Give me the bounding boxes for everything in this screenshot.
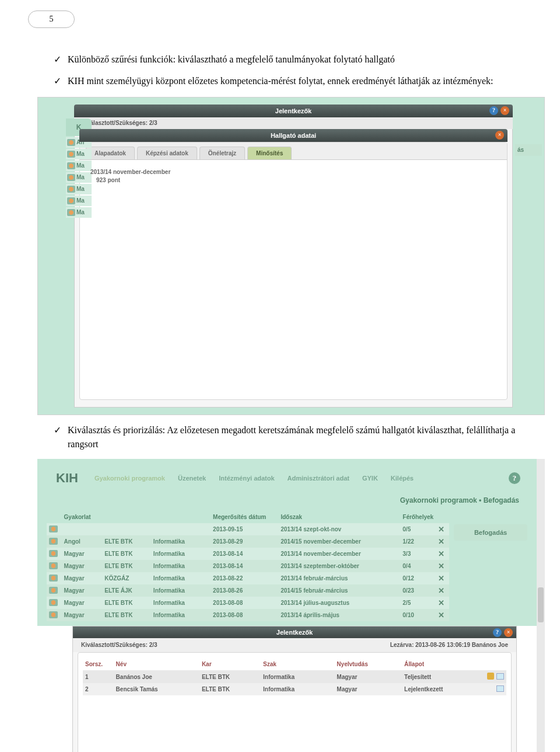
cell-inst: ELTE BTK [102,609,151,621]
cell-date: 2013-08-08 [211,609,278,621]
close-icon[interactable]: × [504,628,513,637]
help-icon[interactable]: ? [509,472,520,484]
th-ferohelyek[interactable]: Férőhelyek [400,510,433,523]
cell-actions [475,670,506,683]
bg-right-fragment: ás [515,144,542,156]
tab-minosites[interactable]: Minősítés [247,147,292,159]
cell-capacity: 2/5 [400,597,433,609]
cell-capacity: 0/5 [400,523,433,535]
jth-szak[interactable]: Szak [261,657,334,670]
scrollbar[interactable] [537,459,545,752]
cell-capacity: 3/3 [400,548,433,560]
cell-szak: Informatika [151,548,211,560]
tab-content-minosites: 2013/14 november-december 923 pont [80,160,507,399]
checkmark-icon: ✓ [54,53,68,67]
cell-capacity: 1/22 [400,535,433,548]
nav-gyik[interactable]: GYIK [362,475,378,482]
cell-szak: Informatika [261,670,334,683]
table-row[interactable]: 2013-09-152013/14 szept-okt-nov0/5✕ [47,523,449,535]
help-icon[interactable]: ? [489,106,498,115]
cell-lang: Magyar [62,609,103,621]
table-row[interactable]: MagyarELTE BTKInformatika2013-08-142013/… [47,548,449,560]
table-row[interactable]: MagyarELTE BTKInformatika2013-08-142013/… [47,560,449,572]
nav-intezmenyi-adatok[interactable]: Intézményi adatok [219,475,274,482]
table-row[interactable]: MagyarKÖZGÁZInformatika2013-08-222013/14… [47,572,449,584]
cell-nev: Banános Joe [114,670,200,683]
delete-icon[interactable]: ✕ [433,609,449,621]
cell-date: 2013-08-08 [211,597,278,609]
outer-modal-title: Jelentkezők ? × [74,105,513,117]
scrollbar-thumb[interactable] [538,587,544,622]
table-row[interactable]: AngolELTE BTKInformatika2013-08-292014/1… [47,535,449,548]
tab-alapadatok[interactable]: Alapadatok [86,147,135,159]
cell-inst: ELTE BTK [102,597,151,609]
doc-icon [67,174,75,181]
cell-lang: Angol [62,535,103,548]
doc-icon [49,562,58,569]
cell-lang [62,523,103,535]
cell-date: 2013-08-14 [211,548,278,560]
jth-allapot[interactable]: Állapot [402,657,475,670]
cell-szak: Informatika [151,535,211,548]
nav-adminisztratori-adat[interactable]: Adminisztrátori adat [288,475,349,482]
doc-icon [67,209,75,216]
tab-kepzesi-adatok[interactable]: Képzési adatok [137,147,197,159]
cell-inst [102,523,151,535]
cell-inst: ELTE BTK [102,535,151,548]
cell-inst: ELTE BTK [102,548,151,560]
doc-icon [67,162,75,169]
cell-inst: KÖZGÁZ [102,572,151,584]
table-row[interactable]: 2Bencsik TamásELTE BTKInformatikaMagyarL… [83,683,506,695]
delete-icon[interactable]: ✕ [433,597,449,609]
cell-szak: Informatika [151,597,211,609]
befogadas-button[interactable]: Befogadás [454,524,527,541]
nav-kilepes[interactable]: Kilépés [391,475,414,482]
cell-period: 2014/15 február-március [278,584,400,597]
delete-icon[interactable]: ✕ [433,523,449,535]
jth-sorsz[interactable]: Sorsz. [83,657,114,670]
programs-table: Gyakorlat Megerősítés dátum Időszak Férő… [47,510,449,621]
jth-nyelvtudas[interactable]: Nyelvtudás [334,657,402,670]
delete-icon[interactable]: ✕ [433,584,449,597]
detail-icon[interactable] [496,685,504,692]
jth-kar[interactable]: Kar [200,657,261,670]
brand: KIH [43,471,94,486]
jelentkezok-title: Jelentkezők ? × [73,626,516,638]
jelentkezok-table: Sorsz. Név Kar Szak Nyelvtudás Állapot 1… [83,657,506,695]
table-row[interactable]: MagyarELTE ÁJKInformatika2013-08-262014/… [47,584,449,597]
close-icon[interactable]: × [501,106,509,115]
doc-icon [67,151,75,158]
help-icon[interactable]: ? [493,628,502,637]
table-row[interactable]: MagyarELTE BTKInformatika2013-08-082013/… [47,597,449,609]
cell-szak [151,523,211,535]
bullet-2: ✓ KIH mint személyügyi központ előzetes … [54,74,525,89]
screenshot-app-befogadas: KIH Gyakornoki programok Üzenetek Intézm… [37,459,545,752]
table-row[interactable]: MagyarELTE BTKInformatika2013-08-082013/… [47,609,449,621]
cell-period: 2013/14 február-március [278,572,400,584]
delete-icon[interactable]: ✕ [433,560,449,572]
nav-uzenetek[interactable]: Üzenetek [178,475,206,482]
cell-allapot: Teljesített [402,670,475,683]
th-megerosites-datum[interactable]: Megerősítés dátum [211,510,278,523]
cell-lang: Magyar [62,572,103,584]
nav-gyakornoki-programok[interactable]: Gyakornoki programok [94,475,165,482]
jelentkezok-strip: Kiválasztott/Szükséges: 2/3 Lezárva: 201… [73,638,516,652]
bullet-3: ✓ Kiválasztás és priorizálás: Az előzete… [54,423,525,452]
medal-icon [487,673,494,680]
detail-icon[interactable] [496,673,504,680]
cell-sorsz: 2 [83,683,114,695]
delete-icon[interactable]: ✕ [433,535,449,548]
tab-oneletrajz[interactable]: Önéletrajz [200,147,245,159]
cell-lang: Magyar [62,560,103,572]
table-row[interactable]: 1Banános JoeELTE BTKInformatikaMagyarTel… [83,670,506,683]
th-idoszak[interactable]: Időszak [278,510,400,523]
delete-icon[interactable]: ✕ [433,548,449,560]
delete-icon[interactable]: ✕ [433,572,449,584]
cell-lang: Magyar [62,548,103,560]
cell-date: 2013-08-14 [211,560,278,572]
cell-period: 2013/14 szept-okt-nov [278,523,400,535]
close-icon[interactable]: × [495,131,504,140]
cell-capacity: 0/10 [400,609,433,621]
th-gyakorlat[interactable]: Gyakorlat [62,510,211,523]
jth-nev[interactable]: Név [114,657,200,670]
